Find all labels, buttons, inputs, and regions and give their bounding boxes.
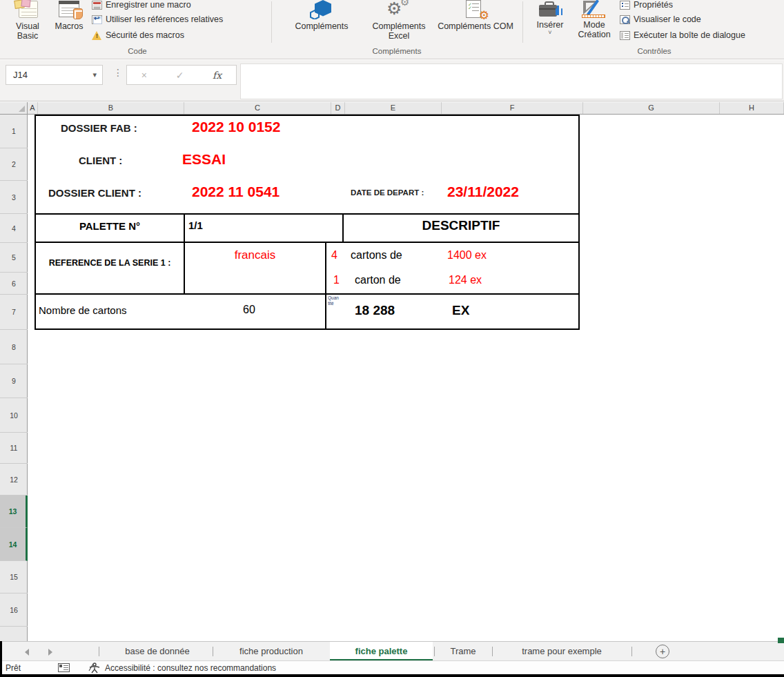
relative-references-icon [92,15,102,24]
cell-palette-no-label[interactable]: PALETTE N° [36,220,184,232]
ready-status: Prêt [6,663,21,673]
addins-button[interactable]: Compléments [283,0,360,31]
column-header-H[interactable]: H [720,102,784,114]
toolbox-icon [536,0,564,18]
row-header-13[interactable]: 13 [0,496,28,528]
row-header-3[interactable]: 3 [0,181,28,214]
relative-references-button[interactable]: Utiliser les références relatives [92,14,223,24]
column-header-D[interactable]: D [331,102,345,114]
column-header-G[interactable]: G [583,102,720,114]
column-header-C[interactable]: C [184,102,331,114]
sheet-tab-fiche-production[interactable]: fiche production [215,642,327,661]
properties-button[interactable]: Propriétés [620,0,673,10]
form-border [35,115,580,116]
visual-basic-icon [13,0,42,19]
row-header-12[interactable]: 12 [0,464,28,496]
name-box[interactable]: J14 ▾ [6,65,103,85]
run-dialog-icon [620,31,630,40]
cell-palette-no-value[interactable]: 1/1 [188,219,203,231]
row-header-4[interactable]: 4 [0,214,28,243]
cell-date-depart-label[interactable]: DATE DE DEPART : [351,188,424,197]
cell-client-label[interactable]: CLIENT : [79,155,122,166]
cell-dossier-fab-value[interactable]: 2022 10 0152 [192,119,280,135]
column-header-E[interactable]: E [345,102,442,114]
column-header-F[interactable]: F [442,102,583,114]
macros-icon [55,0,84,19]
cell-total-unit[interactable]: EX [452,303,469,318]
cell-cartons2-count[interactable]: 124 ex [449,274,482,286]
cell-nb-cartons-label[interactable]: Nombre de cartons [39,304,127,316]
cell-nb-cartons-value[interactable]: 60 [243,304,255,316]
row-header-10[interactable]: 10 [0,398,28,433]
formula-bar: J14 ▾ ⋮ × ✓ fx [0,60,784,101]
visual-basic-button[interactable]: Visual Basic [7,0,48,41]
row-header-2[interactable]: 2 [0,148,28,181]
design-mode-icon [580,0,608,18]
cell-total-value[interactable]: 18 288 [355,303,395,318]
enter-icon[interactable]: ✓ [176,70,184,81]
row-header-1[interactable]: 1 [0,115,28,148]
cell-dossier-client-label[interactable]: DOSSIER CLIENT : [48,187,141,199]
window-bottom-edge [0,674,784,677]
row-header-16[interactable]: 16 [0,593,28,627]
cell-cartons1-qty[interactable]: 4 [331,249,337,262]
form-border [35,213,580,215]
cell-cartons2-text[interactable]: carton de [355,274,401,286]
run-dialog-button[interactable]: Exécuter la boîte de dialogue [620,30,745,40]
add-sheet-button[interactable]: + [656,645,669,658]
row-header-7[interactable]: 7 [0,295,28,330]
design-mode-button[interactable]: Mode Création [571,0,617,39]
column-headers: ABCDEFGH [0,102,784,115]
row-header-11[interactable]: 11 [0,433,28,464]
excel-addins-button[interactable]: ⚙⚙ Compléments Excel [362,0,436,41]
column-header-B[interactable]: B [38,102,184,114]
cell-cartons2-qty[interactable]: 1 [333,274,340,286]
row-header-14[interactable]: 14 [0,528,28,561]
formula-input[interactable] [240,63,783,99]
cell-cartons1-count[interactable]: 1400 ex [447,249,487,262]
sheet-tab-base-de-donnee[interactable]: base de donnée [104,642,211,661]
sheet-tab-trame-pour-exemple[interactable]: trame pour exemple [494,642,629,661]
cell-client-value[interactable]: ESSAI [182,151,226,168]
visual-basic-label: Visual Basic [7,21,48,41]
cell-reference-label[interactable]: REFERENCE DE LA SERIE 1 : [36,257,184,269]
controls-group-label: Contrôles [525,46,784,57]
sheet-tab-trame[interactable]: Trame [436,642,490,661]
macro-security-button[interactable]: Sécurité des macros [92,30,184,40]
cell-reference-value[interactable]: francais [185,248,325,262]
sheet-tab-fiche-palette[interactable]: fiche palette [330,642,433,661]
com-addins-button[interactable]: ✓✓ ⚙ Compléments COM [438,0,513,31]
addins-label: Compléments [295,21,348,31]
tab-separator [631,647,632,656]
record-macro-icon [92,1,102,10]
record-macro-button[interactable]: Enregistrer une macro [92,0,191,10]
sheet-nav-left-icon[interactable] [25,649,29,656]
sheet-tab-bar: base de donnée fiche production fiche pa… [0,641,784,660]
select-all-corner[interactable] [0,102,28,115]
insert-function-icon[interactable]: fx [213,70,222,81]
cell-date-depart-value[interactable]: 23/11/2022 [447,184,519,200]
cancel-icon[interactable]: × [141,70,147,81]
cell-cartons1-text[interactable]: cartons de [351,249,402,262]
row-header-6[interactable]: 6 [0,273,28,295]
macros-button[interactable]: Macros [50,0,88,31]
view-code-button[interactable]: Visualiser le code [620,14,701,24]
column-header-A[interactable]: A [28,102,38,114]
form-border [35,328,580,330]
row-header-15[interactable]: 15 [0,561,28,593]
cell-quantite-label[interactable]: Quantité [328,295,340,306]
row-header-8[interactable]: 8 [0,330,28,364]
macro-record-status-icon[interactable] [58,663,70,672]
sheet-nav-right-icon[interactable] [48,649,52,656]
group-separator [522,1,523,43]
tab-separator [492,647,493,656]
row-header-9[interactable]: 9 [0,364,28,398]
cell-descriptif-label[interactable]: DESCRIPTIF [344,218,578,233]
cell-dossier-client-value[interactable]: 2022 11 0541 [192,184,280,200]
accessibility-icon[interactable] [88,663,101,674]
tab-separator [99,647,99,656]
name-box-caret-icon[interactable]: ▾ [92,66,97,84]
insert-control-button[interactable]: Insérer ˅ [529,0,571,35]
cell-dossier-fab-label[interactable]: DOSSIER FAB : [61,122,137,134]
row-header-5[interactable]: 5 [0,243,28,273]
